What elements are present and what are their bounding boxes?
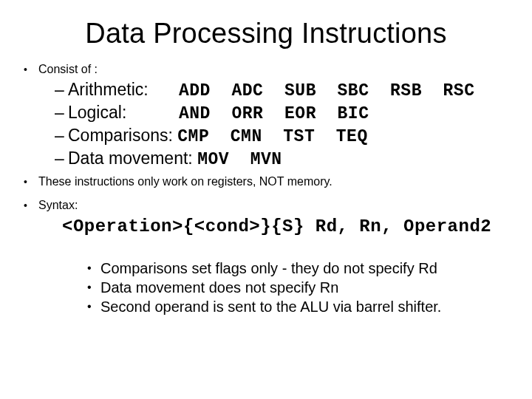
category-label: Arithmetic: [68,79,179,100]
note-text: Data movement does not specify Rn [100,278,338,297]
dash-icon: – [55,102,68,123]
bullet-dot-icon: • [87,278,93,297]
slide-body: • Consist of : – Arithmetic:ADD ADC SUB … [0,61,532,316]
bullet-text: These instructions only work on register… [38,174,332,190]
bullet-text: Consist of : [38,61,98,78]
category-ops: AND ORR EOR BIC [179,104,369,123]
note-text: Second operand is sent to the ALU via ba… [100,297,441,316]
dash-icon: – [55,125,68,146]
notes: • Comparisons set flags only - they do n… [87,259,517,316]
bullet-syntax: • Syntax: [24,197,517,214]
instruction-categories: – Arithmetic:ADD ADC SUB SBC RSB RSC – L… [55,79,517,171]
bullet-text: Syntax: [38,197,78,214]
slide: Data Processing Instructions • Consist o… [0,0,532,399]
bullet-consist-of: • Consist of : [24,61,517,78]
note-data-movement: • Data movement does not specify Rn [87,278,517,297]
category-ops: CMP CMN TST TEQ [177,127,367,146]
bullet-dot-icon: • [24,61,28,78]
category-ops: MOV MVN [197,150,282,169]
category-arithmetic: – Arithmetic:ADD ADC SUB SBC RSB RSC [55,79,517,102]
category-ops: ADD ADC SUB SBC RSB RSC [179,81,474,100]
bullet-dot-icon: • [24,174,28,190]
category-data-movement: – Data movement: MOV MVN [55,148,517,171]
note-comparisons: • Comparisons set flags only - they do n… [87,259,517,278]
category-label: Comparisons: [68,126,173,145]
category-label: Logical: [68,102,179,123]
bullet-dot-icon: • [87,297,93,316]
dash-icon: – [55,79,68,100]
note-second-operand: • Second operand is sent to the ALU via … [87,297,517,316]
bullet-dot-icon: • [87,259,93,278]
bullet-registers-only: • These instructions only work on regist… [24,174,517,190]
category-comparisons: – Comparisons: CMP CMN TST TEQ [55,125,517,148]
category-label: Data movement: [68,149,193,168]
dash-icon: – [55,148,68,169]
bullet-dot-icon: • [24,197,28,214]
category-logical: – Logical:AND ORR EOR BIC [55,102,517,125]
slide-title: Data Processing Instructions [0,0,532,61]
note-text: Comparisons set flags only - they do not… [100,259,437,278]
syntax-expression: <Operation>{<cond>}{S} Rd, Rn, Operand2 [62,216,517,236]
